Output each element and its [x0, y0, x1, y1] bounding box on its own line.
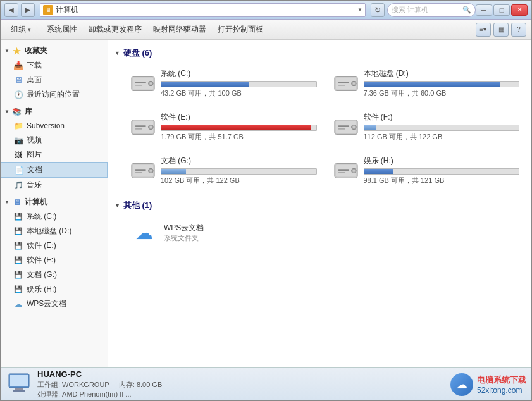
minimize-button[interactable]: ─ — [476, 4, 492, 16]
harddisk-toggle[interactable]: ▼ — [114, 50, 120, 56]
sidebar-item-c-drive[interactable]: 💾 系统 (C:) — [1, 209, 108, 224]
download-folder-icon: 📥 — [13, 61, 23, 71]
drive-fill-2 — [161, 125, 311, 130]
recent-label: 最近访问的位置 — [27, 89, 80, 100]
video-icon: 📷 — [13, 135, 23, 145]
sidebar-item-video[interactable]: 📷 视频 — [1, 133, 108, 147]
favorites-label: 收藏夹 — [25, 46, 47, 56]
svg-rect-23 — [338, 128, 345, 129]
library-section: ▼ 📚 库 📁 Subversion 📷 视频 🖼 图片 📄 — [1, 103, 108, 194]
other-toggle[interactable]: ▼ — [114, 202, 120, 209]
search-bar[interactable]: 搜索 计算机 🔍 — [387, 3, 476, 17]
drive-space-1: 7.36 GB 可用，共 60.0 GB — [364, 89, 520, 98]
forward-button[interactable]: ▶ — [21, 3, 35, 17]
sidebar-item-music[interactable]: 🎵 音乐 — [1, 178, 108, 192]
computer-triangle: ▼ — [4, 199, 9, 205]
drive-img-5 — [333, 161, 359, 181]
computer-header[interactable]: ▼ 🖥 计算机 — [1, 195, 108, 209]
content-area: ▼ 硬盘 (6) 系统 (C:) 43. — [108, 40, 531, 367]
e-drive-label: 软件 (E:) — [27, 240, 56, 251]
watermark: ☁ 电脑系统下载 52xitong.com — [450, 373, 526, 396]
drive-item-4[interactable]: 文档 (G:) 102 GB 可用，共 122 GB — [125, 151, 323, 190]
watermark-line1: 电脑系统下载 — [477, 374, 526, 386]
music-icon: 🎵 — [13, 180, 23, 190]
sidebar-item-picture[interactable]: 🖼 图片 — [1, 147, 108, 162]
sidebar-item-recent[interactable]: 🕐 最近访问的位置 — [1, 87, 108, 102]
status-computer-name: HUANG-PC — [37, 369, 445, 379]
close-button[interactable]: ✕ — [511, 4, 528, 16]
address-computer-icon: 🖥 — [43, 5, 53, 15]
sidebar-item-f-drive[interactable]: 💾 软件 (F:) — [1, 253, 108, 268]
drive-item-0[interactable]: 系统 (C:) 43.2 GB 可用，共 100 GB — [125, 64, 323, 102]
sidebar-item-h-drive[interactable]: 💾 娱乐 (H:) — [1, 282, 108, 297]
svg-rect-16 — [135, 125, 146, 127]
svg-rect-11 — [338, 84, 345, 85]
sidebar-item-document[interactable]: 📄 文档 — [1, 162, 108, 178]
system-props-button[interactable]: 系统属性 — [42, 22, 82, 37]
sidebar-item-g-drive[interactable]: 💾 文档 (G:) — [1, 268, 108, 282]
svg-rect-22 — [338, 125, 349, 127]
open-control-button[interactable]: 打开控制面板 — [213, 22, 268, 37]
wps-cloud-sidebar-label: WPS云文档 — [27, 299, 66, 309]
recent-icon: 🕐 — [13, 90, 23, 100]
status-cpu: 处理器: AMD Phenom(tm) II ... — [37, 390, 445, 399]
svg-point-15 — [149, 126, 152, 128]
drive-img-4 — [130, 161, 156, 181]
sidebar-item-desktop[interactable]: 🖥 桌面 — [1, 73, 108, 87]
drive-info-1: 本地磁盘 (D:) 7.36 GB 可用，共 60.0 GB — [364, 68, 520, 98]
document-label: 文档 — [27, 164, 42, 175]
d-drive-icon: 💾 — [13, 226, 23, 237]
organize-dropdown-arrow: ▾ — [28, 27, 31, 33]
drive-item-3[interactable]: 软件 (F:) 112 GB 可用，共 122 GB — [328, 108, 526, 146]
map-drive-button[interactable]: 映射网络驱动器 — [148, 22, 211, 37]
sidebar-item-wps[interactable]: ☁ WPS云文档 — [1, 297, 108, 311]
address-bar[interactable]: 🖥 计算机 ▼ — [40, 3, 366, 17]
toolbar-sep-1 — [39, 23, 39, 36]
watermark-text: 电脑系统下载 52xitong.com — [477, 374, 526, 395]
drive-fill-0 — [161, 82, 249, 87]
toolbar: 组织 ▾ 系统属性 卸载或更改程序 映射网络驱动器 打开控制面板 ≡▾ ▦ ? — [1, 20, 531, 40]
sidebar-item-d-drive[interactable]: 💾 本地磁盘 (D:) — [1, 224, 108, 238]
sidebar-item-subversion[interactable]: 📁 Subversion — [1, 119, 108, 133]
workgroup-label: 工作组: WORKGROUP — [37, 381, 109, 388]
wps-cloud-item[interactable]: ☁ WPS云文档 系统文件夹 — [125, 216, 525, 249]
drive-grid: 系统 (C:) 43.2 GB 可用，共 100 GB 本地磁盘 (D:) — [125, 64, 525, 190]
sidebar: ▼ ★ 收藏夹 📥 下载 🖥 桌面 🕐 最近访问的位置 — [1, 40, 108, 367]
sidebar-item-download[interactable]: 📥 下载 — [1, 58, 108, 73]
address-dropdown-arrow[interactable]: ▼ — [357, 7, 362, 13]
wps-cloud-info: WPS云文档 系统文件夹 — [164, 223, 204, 243]
refresh-button[interactable]: ↻ — [371, 3, 385, 17]
h-drive-label: 娱乐 (H:) — [27, 284, 56, 295]
drive-item-2[interactable]: 软件 (E:) 1.79 GB 可用，共 51.7 GB — [125, 108, 323, 146]
help-button[interactable]: ? — [511, 23, 526, 37]
cpu-label: 处理器: AMD Phenom(tm) II ... — [37, 390, 132, 398]
view-list-button[interactable]: ▦ — [493, 23, 509, 37]
drive-progress-4 — [161, 168, 317, 175]
drive-info-4: 文档 (G:) 102 GB 可用，共 122 GB — [161, 156, 317, 185]
search-placeholder-text: 搜索 计算机 — [392, 5, 460, 15]
subversion-icon: 📁 — [13, 121, 23, 131]
drive-img-2 — [130, 117, 156, 137]
favorites-star-icon: ★ — [12, 46, 22, 56]
uninstall-button[interactable]: 卸载或更改程序 — [84, 22, 147, 37]
svg-rect-10 — [338, 82, 349, 83]
maximize-button[interactable]: □ — [493, 4, 510, 16]
drive-img-1 — [333, 73, 359, 94]
open-control-label: 打开控制面板 — [218, 24, 263, 35]
drive-info-2: 软件 (E:) 1.79 GB 可用，共 51.7 GB — [161, 112, 317, 142]
drive-item-5[interactable]: 娱乐 (H:) 98.1 GB 可用，共 121 GB — [328, 151, 526, 190]
h-drive-icon: 💾 — [13, 285, 23, 295]
view-options-button[interactable]: ≡▾ — [476, 23, 491, 37]
drive-item-1[interactable]: 本地磁盘 (D:) 7.36 GB 可用，共 60.0 GB — [328, 64, 526, 102]
map-drive-label: 映射网络驱动器 — [153, 24, 206, 35]
harddisk-section-header: ▼ 硬盘 (6) — [114, 47, 525, 59]
favorites-header[interactable]: ▼ ★ 收藏夹 — [1, 44, 108, 58]
computer-header-label: 计算机 — [25, 197, 47, 207]
organize-button[interactable]: 组织 ▾ — [6, 22, 36, 37]
search-icon[interactable]: 🔍 — [462, 6, 471, 14]
g-drive-label: 文档 (G:) — [27, 269, 57, 280]
sidebar-item-e-drive[interactable]: 💾 软件 (E:) — [1, 238, 108, 253]
back-button[interactable]: ◀ — [4, 3, 18, 17]
svg-rect-37 — [10, 375, 28, 386]
library-header[interactable]: ▼ 📚 库 — [1, 104, 108, 119]
